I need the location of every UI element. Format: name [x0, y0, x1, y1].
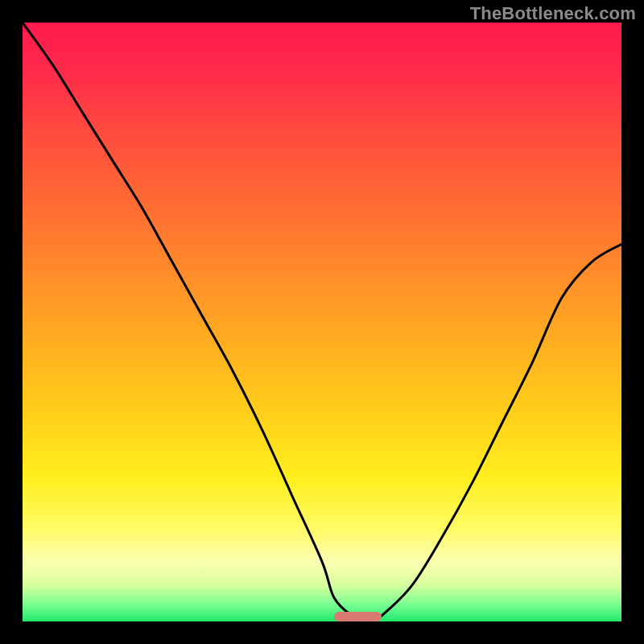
- curve-path: [23, 23, 621, 621]
- chart-frame: TheBottleneck.com: [0, 0, 644, 644]
- watermark-text: TheBottleneck.com: [470, 3, 636, 24]
- bottleneck-curve: [23, 23, 621, 621]
- minimum-marker: [334, 612, 382, 621]
- plot-area: [23, 23, 621, 621]
